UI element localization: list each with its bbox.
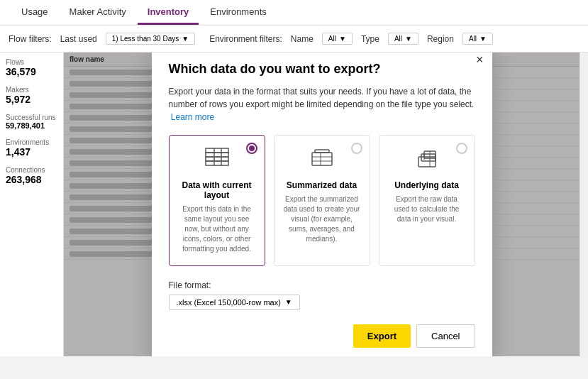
summarized-icon xyxy=(283,147,361,175)
tab-usage[interactable]: Usage xyxy=(11,1,58,25)
export-option-summarized[interactable]: Summarized data Export the summarized da… xyxy=(274,135,370,266)
option2-desc: Export the summarized data used to creat… xyxy=(283,194,361,244)
last-used-arrow-icon: ▼ xyxy=(182,35,189,43)
tab-inventory[interactable]: Inventory xyxy=(138,1,199,25)
svg-rect-6 xyxy=(312,153,332,165)
file-format-arrow-icon: ▼ xyxy=(285,298,292,306)
flow-filters-label: Flow filters: xyxy=(9,34,52,44)
stat-connections: Connections 263,968 xyxy=(6,166,57,185)
stat-makers-label: Makers xyxy=(6,86,57,94)
modal-close-button[interactable]: × xyxy=(476,53,484,66)
svg-rect-0 xyxy=(206,148,228,153)
type-arrow-icon: ▼ xyxy=(405,35,412,43)
env-filters-label: Environment filters: xyxy=(209,34,282,44)
export-modal: × Which data do you want to export? Expo… xyxy=(152,53,492,356)
export-button[interactable]: Export xyxy=(353,324,411,348)
top-nav: Usage Maker Activity Inventory Environme… xyxy=(0,0,588,26)
modal-title: Which data do you want to export? xyxy=(169,62,475,77)
svg-rect-12 xyxy=(421,154,436,161)
radio-summarized xyxy=(351,143,362,154)
option2-title: Summarized data xyxy=(283,180,361,190)
underlying-icon xyxy=(388,147,466,175)
svg-rect-3 xyxy=(206,161,228,165)
stat-environments: Environments 1,437 xyxy=(6,138,57,158)
vertical-scrollbar[interactable] xyxy=(579,53,588,356)
modal-subtitle: Export your data in the format that suit… xyxy=(169,85,475,123)
data-table-area: flow name Flow state Flow type Connectio… xyxy=(64,53,579,356)
filter-row: Flow filters: Last used 1) Less than 30 … xyxy=(0,26,588,53)
stat-runs-label: Successful runs xyxy=(6,114,57,121)
file-format-section: File format: .xlsx (Excel 150,000-row ma… xyxy=(169,280,475,310)
tab-maker-activity[interactable]: Maker Activity xyxy=(60,1,136,25)
option3-title: Underlying data xyxy=(388,180,466,190)
name-arrow-icon: ▼ xyxy=(339,35,346,43)
stat-envs-label: Environments xyxy=(6,138,57,146)
region-dropdown[interactable]: All ▼ xyxy=(462,33,493,45)
learn-more-link[interactable]: Learn more xyxy=(171,112,214,122)
last-used-dropdown[interactable]: 1) Less than 30 Days ▼ xyxy=(106,33,195,45)
file-format-dropdown[interactable]: .xlsx (Excel 150,000-row max) ▼ xyxy=(169,295,300,310)
option1-desc: Export this data in the same layout you … xyxy=(178,204,256,254)
type-value: All xyxy=(394,35,402,43)
svg-rect-2 xyxy=(206,157,228,161)
file-format-value: .xlsx (Excel 150,000-row max) xyxy=(177,298,281,307)
stat-envs-value: 1,437 xyxy=(6,146,57,158)
stat-runs: Successful runs 59,789,401 xyxy=(6,114,57,130)
stat-makers: Makers 5,972 xyxy=(6,86,57,105)
stat-flows-value: 36,579 xyxy=(6,66,57,77)
cancel-button[interactable]: Cancel xyxy=(416,324,475,348)
option1-title: Data with current layout xyxy=(178,180,256,200)
last-used-label: Last used xyxy=(60,34,97,44)
last-used-value: 1) Less than 30 Days xyxy=(112,35,179,43)
stat-flows-label: Flows xyxy=(6,58,57,66)
name-filter-label: Name xyxy=(291,34,314,44)
region-filter-label: Region xyxy=(427,34,454,44)
stat-conns-label: Connections xyxy=(6,166,57,174)
type-dropdown[interactable]: All ▼ xyxy=(388,33,418,45)
main-content: Flows 36,579 Makers 5,972 Successful run… xyxy=(0,53,588,356)
export-options: Data with current layout Export this dat… xyxy=(169,135,475,266)
svg-rect-1 xyxy=(206,153,228,157)
name-value: All xyxy=(328,35,336,43)
modal-subtitle-text: Export your data in the format that suit… xyxy=(169,87,475,109)
stat-makers-value: 5,972 xyxy=(6,94,57,105)
radio-current-layout xyxy=(246,143,257,154)
tab-environments[interactable]: Environments xyxy=(200,1,276,25)
svg-rect-7 xyxy=(315,150,329,153)
region-arrow-icon: ▼ xyxy=(479,35,487,43)
option3-desc: Export the raw data used to calculate th… xyxy=(388,194,466,224)
export-option-underlying[interactable]: Underlying data Export the raw data used… xyxy=(379,135,475,266)
export-option-current-layout[interactable]: Data with current layout Export this dat… xyxy=(169,135,265,266)
modal-actions: Export Cancel xyxy=(169,324,475,348)
file-format-label: File format: xyxy=(169,280,475,290)
left-sidebar: Flows 36,579 Makers 5,972 Successful run… xyxy=(0,53,64,356)
stat-runs-value: 59,789,401 xyxy=(6,121,57,130)
modal-overlay: × Which data do you want to export? Expo… xyxy=(64,53,579,356)
stat-flows: Flows 36,579 xyxy=(6,58,57,77)
stat-conns-value: 263,968 xyxy=(6,174,57,185)
name-dropdown[interactable]: All ▼ xyxy=(322,33,353,45)
table-icon xyxy=(178,147,256,175)
radio-underlying xyxy=(456,143,467,154)
region-value: All xyxy=(469,35,477,43)
type-filter-label: Type xyxy=(361,34,379,44)
